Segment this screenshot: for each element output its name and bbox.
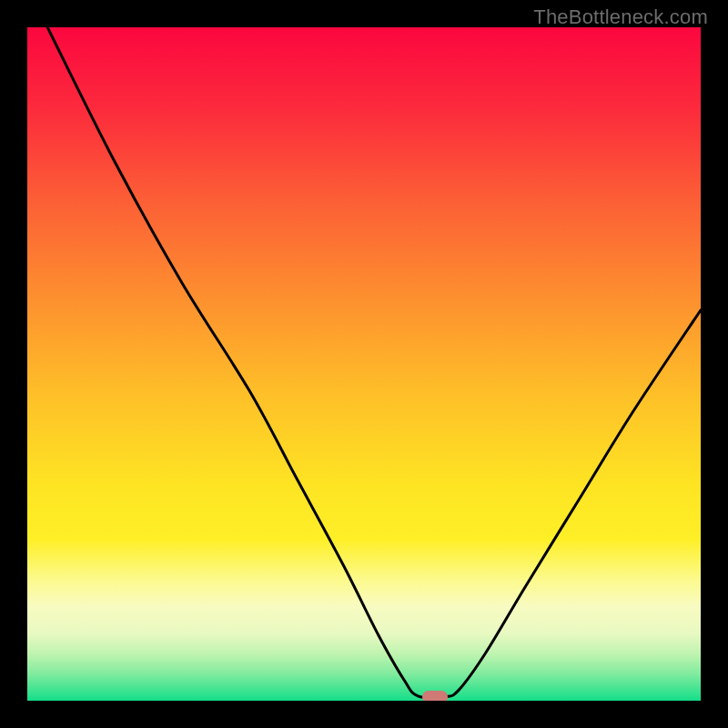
plot-area	[27, 27, 701, 701]
optimum-marker	[422, 691, 448, 701]
watermark-text: TheBottleneck.com	[533, 5, 708, 29]
bottleneck-curve	[27, 27, 701, 701]
chart-frame: TheBottleneck.com	[0, 0, 728, 728]
